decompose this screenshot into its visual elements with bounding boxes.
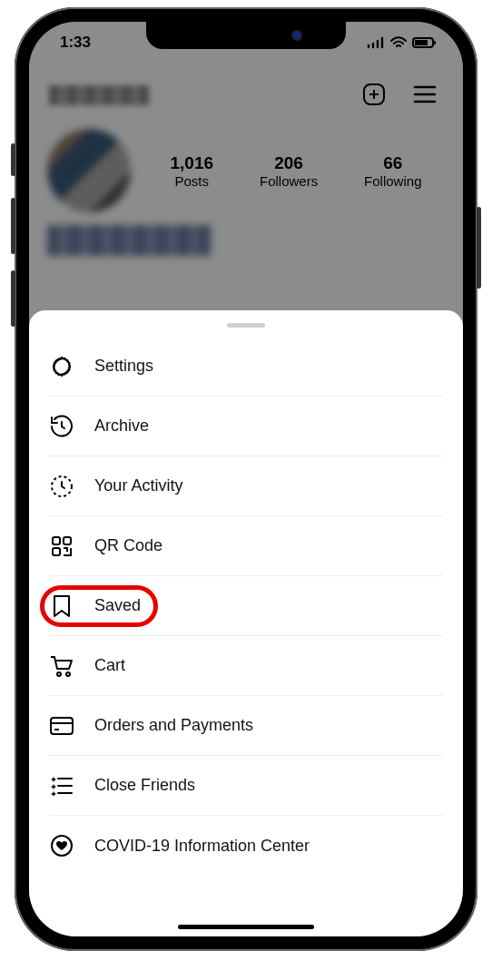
screen: 1:33 1,016 xyxy=(29,22,463,936)
settings-icon xyxy=(49,354,74,379)
status-time: 1:33 xyxy=(60,34,91,52)
svg-rect-8 xyxy=(64,537,71,544)
bottom-sheet: Settings Archive Your Activity xyxy=(29,310,463,936)
battery-icon xyxy=(412,36,438,49)
menu-item-orders-payments[interactable]: Orders and Payments xyxy=(49,696,443,756)
menu-item-close-friends[interactable]: Close Friends xyxy=(49,756,443,816)
cart-icon xyxy=(49,653,74,679)
credit-card-icon xyxy=(49,713,74,739)
close-friends-icon xyxy=(49,773,74,799)
svg-point-11 xyxy=(66,672,70,676)
qr-code-icon xyxy=(49,534,74,559)
menu-label: QR Code xyxy=(94,536,162,555)
menu-label: Close Friends xyxy=(94,776,195,795)
saved-icon xyxy=(49,593,74,619)
cellular-icon xyxy=(367,36,385,49)
svg-rect-7 xyxy=(53,537,60,544)
menu-item-settings[interactable]: Settings xyxy=(49,337,443,397)
menu-label: Saved xyxy=(94,596,141,615)
side-button xyxy=(11,143,15,176)
svg-rect-1 xyxy=(415,40,428,45)
svg-rect-12 xyxy=(51,718,73,734)
status-right xyxy=(367,36,438,49)
heart-circle-icon xyxy=(49,833,74,858)
sheet-grabber[interactable] xyxy=(227,323,265,328)
menu-item-cart[interactable]: Cart xyxy=(49,636,443,696)
svg-rect-9 xyxy=(53,548,60,555)
menu-item-qr-code[interactable]: QR Code xyxy=(49,516,443,576)
menu-label: Settings xyxy=(94,357,153,376)
side-button xyxy=(477,207,481,289)
svg-point-10 xyxy=(57,672,61,676)
archive-icon xyxy=(49,414,74,439)
menu-label: COVID-19 Information Center xyxy=(94,837,310,856)
front-camera xyxy=(293,32,300,39)
menu-list: Settings Archive Your Activity xyxy=(29,337,463,876)
menu-item-covid-info[interactable]: COVID-19 Information Center xyxy=(49,816,443,876)
wifi-icon xyxy=(390,36,407,49)
menu-label: Cart xyxy=(94,656,125,675)
side-button xyxy=(11,270,15,327)
activity-icon xyxy=(49,474,74,499)
svg-rect-2 xyxy=(434,41,436,44)
menu-item-your-activity[interactable]: Your Activity xyxy=(49,456,443,516)
phone-frame: 1:33 1,016 xyxy=(15,7,477,951)
notch xyxy=(146,22,346,49)
menu-item-saved[interactable]: Saved xyxy=(49,576,443,636)
side-button xyxy=(11,198,15,254)
menu-label: Orders and Payments xyxy=(94,716,253,735)
menu-label: Your Activity xyxy=(94,476,182,495)
menu-label: Archive xyxy=(94,416,149,436)
menu-item-archive[interactable]: Archive xyxy=(49,397,443,456)
home-indicator[interactable] xyxy=(178,925,314,929)
